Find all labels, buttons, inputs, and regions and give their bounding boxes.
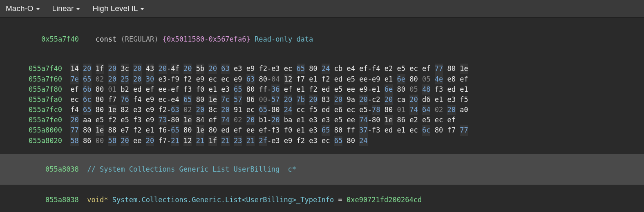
hex-byte[interactable]: 1e xyxy=(96,125,104,135)
hex-byte[interactable]: f9 xyxy=(171,74,179,84)
hex-byte[interactable]: e9 xyxy=(196,74,204,84)
hex-byte[interactable]: b1 xyxy=(259,115,267,125)
hex-byte[interactable]: e4 xyxy=(171,95,179,105)
hex-byte[interactable]: 86 xyxy=(83,136,91,146)
hex-byte[interactable]: ef xyxy=(208,115,217,125)
hex-byte[interactable]: ec xyxy=(284,64,292,74)
hex-byte[interactable]: 21 xyxy=(246,136,255,146)
hex-byte[interactable]: 02 xyxy=(435,105,443,115)
hex-byte[interactable]: ec xyxy=(347,105,355,115)
hex-byte[interactable]: 86 xyxy=(397,115,405,125)
hex-byte[interactable]: e5 xyxy=(422,115,430,125)
hex-byte[interactable]: ed xyxy=(447,84,455,95)
hex-byte[interactable]: ee xyxy=(133,136,141,146)
hex-byte[interactable]: 80 xyxy=(83,125,91,135)
hex-byte[interactable]: 80 xyxy=(347,136,355,146)
hex-byte[interactable]: 80 xyxy=(96,84,104,95)
hex-row[interactable]: 055a7fa0 ec 6c 80 f7 76 f4 e9 ec-e4 65 8… xyxy=(0,95,644,105)
hex-byte[interactable]: aa xyxy=(83,115,91,125)
hex-byte[interactable]: f7 xyxy=(159,136,167,146)
hex-byte[interactable]: e4 xyxy=(347,64,355,74)
hex-byte[interactable]: 37 xyxy=(359,125,367,135)
hex-byte[interactable]: f3 xyxy=(435,84,443,95)
hex-byte[interactable]: 83 xyxy=(322,95,330,105)
hex-byte[interactable]: 65 xyxy=(183,95,192,105)
hex-byte[interactable]: 7e xyxy=(70,74,78,84)
hex-byte[interactable]: e3 xyxy=(234,64,242,74)
hex-byte[interactable]: e3 xyxy=(271,64,280,74)
hex-byte[interactable]: 21 xyxy=(196,136,204,146)
hex-byte[interactable]: e3 xyxy=(309,115,317,125)
hex-byte[interactable]: 02 xyxy=(183,105,192,115)
hex-byte[interactable]: f0 xyxy=(284,125,292,135)
hex-byte[interactable]: 12 xyxy=(284,74,292,84)
hex-byte[interactable]: 20 xyxy=(409,95,418,105)
hex-byte[interactable]: 6c xyxy=(83,95,91,105)
hex-byte[interactable]: 63 xyxy=(171,105,179,115)
hex-byte[interactable]: 01 xyxy=(397,105,405,115)
hex-byte[interactable]: ec xyxy=(409,125,418,135)
hex-byte[interactable]: f0 xyxy=(196,84,204,95)
hex-byte[interactable]: e9 xyxy=(234,74,242,84)
hex-byte[interactable]: 20 xyxy=(70,115,78,125)
hex-byte[interactable]: 65 xyxy=(259,105,267,115)
hex-byte[interactable]: f2 xyxy=(297,136,305,146)
hex-byte[interactable]: e1 xyxy=(435,95,443,105)
hex-byte[interactable]: ee xyxy=(347,84,355,95)
hex-byte[interactable]: e1 xyxy=(460,84,468,95)
hex-byte[interactable]: 36 xyxy=(271,84,280,95)
hex-byte[interactable]: 21 xyxy=(221,136,229,146)
hex-byte[interactable]: ed xyxy=(221,125,229,135)
hex-byte[interactable]: e3 xyxy=(271,136,280,146)
hex-byte[interactable]: 04 xyxy=(271,74,280,84)
hex-byte[interactable]: 20 xyxy=(159,64,167,74)
hex-byte[interactable]: 48 xyxy=(422,84,430,95)
hex-byte[interactable]: e5 xyxy=(96,115,104,125)
hex-byte[interactable]: 05 xyxy=(409,84,418,95)
hex-byte[interactable]: 20 xyxy=(133,74,141,84)
hex-byte[interactable]: 20 xyxy=(133,64,141,74)
hex-byte[interactable]: 58 xyxy=(70,136,78,146)
hex-byte[interactable]: cb xyxy=(334,64,342,74)
hex-byte[interactable]: e5 xyxy=(397,64,405,74)
hex-byte[interactable]: e3 xyxy=(309,136,317,146)
hex-row[interactable]: 055a7fc0 f4 65 80 1e 82 e3 e9 f2-63 02 2… xyxy=(0,105,644,115)
hex-byte[interactable]: 20 xyxy=(221,105,229,115)
hex-byte[interactable]: 1e xyxy=(108,105,116,115)
hex-byte[interactable]: 1e xyxy=(460,64,468,74)
hex-byte[interactable]: 20 xyxy=(108,64,116,74)
hex-byte[interactable]: e5 xyxy=(359,105,367,115)
hex-byte[interactable]: ef xyxy=(146,84,154,95)
hex-byte[interactable]: 20 xyxy=(208,64,217,74)
hex-byte[interactable]: e9 xyxy=(146,105,154,115)
hex-byte[interactable]: e1 xyxy=(208,84,217,95)
hex-byte[interactable]: f6 xyxy=(159,125,167,135)
hex-byte[interactable]: ed xyxy=(322,105,330,115)
hex-byte[interactable]: e3 xyxy=(447,95,455,105)
hex-byte[interactable]: 02 xyxy=(96,74,104,84)
hex-byte[interactable]: 80 xyxy=(183,125,192,135)
hex-byte[interactable]: 20 xyxy=(183,64,192,74)
hex-byte[interactable]: 88 xyxy=(108,125,116,135)
hex-byte[interactable]: 20 xyxy=(447,105,455,115)
hex-byte[interactable]: 01 xyxy=(108,84,116,95)
hex-byte[interactable]: 78 xyxy=(372,105,380,115)
hex-byte[interactable]: 24 xyxy=(284,105,292,115)
view-dropdown[interactable]: Linear xyxy=(52,4,80,13)
hex-byte[interactable]: e9 xyxy=(372,74,380,84)
hex-byte[interactable]: 21 xyxy=(171,136,179,146)
hex-byte[interactable]: e7 xyxy=(121,125,129,135)
hex-byte[interactable]: 80 xyxy=(435,125,443,135)
hex-byte[interactable]: f3 xyxy=(372,125,380,135)
hex-byte[interactable]: 63 xyxy=(246,74,255,84)
hex-byte[interactable]: 80 xyxy=(409,74,418,84)
hex-byte[interactable]: e9 xyxy=(246,64,255,74)
hex-byte[interactable]: 73 xyxy=(159,115,167,125)
hex-byte[interactable]: e3 xyxy=(309,125,317,135)
hex-byte[interactable]: 8c xyxy=(208,105,217,115)
hex-byte[interactable]: 80 xyxy=(208,125,217,135)
hex-byte[interactable]: 6e xyxy=(397,74,405,84)
hex-byte[interactable]: ee xyxy=(246,125,255,135)
hex-byte[interactable]: e1 xyxy=(146,125,154,135)
hex-byte[interactable]: 20 xyxy=(146,136,154,146)
